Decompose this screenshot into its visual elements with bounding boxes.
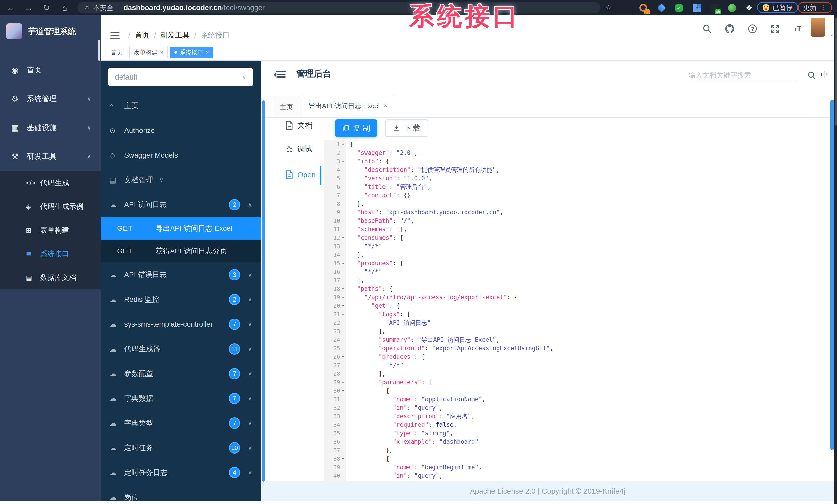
fold-caret-icon[interactable]: ▾ xyxy=(340,259,346,267)
api-menu-item[interactable]: ☁ sys-sms-template-controller 7 ∨ xyxy=(101,312,261,337)
fold-caret-icon[interactable] xyxy=(340,149,346,157)
fold-caret-icon[interactable] xyxy=(340,250,346,259)
fold-caret-icon[interactable] xyxy=(340,217,346,225)
app-header[interactable]: 芋道管理系统 xyxy=(0,16,101,44)
paused-extension-pill[interactable]: 已暂停 xyxy=(757,2,798,13)
doc-tab[interactable]: 主页 xyxy=(273,96,300,117)
fold-caret-icon[interactable] xyxy=(340,336,346,344)
api-menu-item[interactable]: GET 获得API 访问日志分页 xyxy=(101,240,261,262)
fold-caret-icon[interactable] xyxy=(340,174,346,183)
extension-icon[interactable] xyxy=(727,3,737,13)
fold-caret-icon[interactable] xyxy=(340,327,346,336)
language-toggle-icon[interactable]: 中 xyxy=(820,70,828,80)
group-select[interactable]: default ∨ xyxy=(108,68,253,86)
reload-button[interactable]: ↻ xyxy=(40,2,54,13)
fold-caret-icon[interactable]: ▾ xyxy=(340,310,346,319)
fold-caret-icon[interactable] xyxy=(340,191,346,200)
breadcrumb-item[interactable]: 研发工具 xyxy=(154,31,190,40)
menu-dots-icon[interactable]: ⋮ xyxy=(820,4,827,12)
fold-caret-icon[interactable] xyxy=(340,404,346,412)
fold-caret-icon[interactable] xyxy=(340,370,346,378)
extension-icon[interactable]: ❖ xyxy=(744,3,754,13)
fold-caret-icon[interactable]: ▾ xyxy=(340,284,346,293)
fold-caret-icon[interactable] xyxy=(340,361,346,370)
browser-scrollbar-thumb[interactable] xyxy=(835,18,837,126)
api-menu-item[interactable]: ☁ 定时任务 10 ∨ xyxy=(101,435,261,460)
fold-caret-icon[interactable]: ▾ xyxy=(340,387,346,395)
sidebar-menu-item[interactable]: ⚒ 研发工具 ∧ xyxy=(0,142,101,171)
doc-mode-tab-document[interactable]: 文档 xyxy=(286,120,322,131)
fold-caret-icon[interactable] xyxy=(340,437,346,446)
fold-caret-icon[interactable]: ▾ xyxy=(340,302,346,310)
view-tag[interactable]: 系统接口 × xyxy=(170,46,213,58)
fold-caret-icon[interactable] xyxy=(340,344,346,353)
fold-caret-icon[interactable]: ▾ xyxy=(340,293,346,302)
sidebar-menu-item[interactable]: ⚙ 系统管理 ∨ xyxy=(0,85,101,113)
fold-caret-icon[interactable] xyxy=(340,242,346,250)
extension-icon[interactable]: ✓ xyxy=(674,3,684,13)
swagger-json-editor[interactable]: 1▾ { 2 "swagger": "2.0", 3▾ "info": { 4 … xyxy=(324,140,831,482)
extension-icon[interactable]: 6h xyxy=(710,3,719,13)
view-tag[interactable]: 表单构建 × xyxy=(129,46,167,58)
doc-tab[interactable]: 导出API 访问日志 Excel × xyxy=(302,94,394,117)
search-icon[interactable] xyxy=(807,71,816,81)
search-icon[interactable] xyxy=(701,23,713,35)
sidebar-menu-item[interactable]: ▦ 基础设施 ∨ xyxy=(0,113,101,142)
close-icon[interactable]: × xyxy=(384,102,387,109)
bookmark-star-icon[interactable]: ☆ xyxy=(605,3,612,12)
sidebar-scrollbar-thumb[interactable] xyxy=(98,40,100,60)
sidebar-submenu-item[interactable]: ⊞ 表单构建 xyxy=(0,218,101,242)
fold-caret-icon[interactable] xyxy=(340,225,346,234)
breadcrumb-item[interactable]: 系统接口 xyxy=(194,31,230,40)
api-menu-item[interactable]: ☁ 参数配置 7 ∨ xyxy=(101,361,261,386)
fold-caret-icon[interactable] xyxy=(340,412,346,421)
fold-caret-icon[interactable] xyxy=(340,200,346,208)
sidebar-submenu-item[interactable]: ▤ 数据库文档 xyxy=(0,266,101,290)
extension-icon[interactable] xyxy=(657,3,666,13)
update-browser-button[interactable]: 更新 ⋮ xyxy=(798,2,832,13)
api-menu-item[interactable]: ☁ 定时任务日志 4 ∨ xyxy=(101,460,261,485)
help-icon[interactable]: ? xyxy=(747,23,758,35)
sidebar-submenu-item[interactable]: ≣ 系统接口 xyxy=(0,242,101,266)
api-menu-item[interactable]: ☁ Redis 监控 2 ∨ xyxy=(101,287,261,312)
api-menu-item[interactable]: ◇ Swagger Models xyxy=(101,143,261,168)
fold-caret-icon[interactable] xyxy=(340,471,346,480)
address-bar[interactable]: ⚠ 不安全 dashboard.yudao.iocoder.cn /tool/s… xyxy=(77,2,601,13)
doc-search-input[interactable] xyxy=(688,70,798,82)
api-menu-item[interactable]: ⌂ 主页 xyxy=(101,93,261,118)
sidebar-menu-item[interactable]: ◉ 首页 xyxy=(0,56,101,85)
extension-icon[interactable] xyxy=(692,3,702,13)
api-menu-item[interactable]: ▤ 文档管理 ∨ xyxy=(101,168,261,192)
api-menu-item[interactable]: ☁ 字典类型 7 ∨ xyxy=(101,411,261,435)
fold-caret-icon[interactable]: ▾ xyxy=(340,353,346,361)
fold-caret-icon[interactable] xyxy=(340,208,346,217)
download-button[interactable]: 下 载 xyxy=(385,119,428,137)
fold-caret-icon[interactable]: ▾ xyxy=(340,378,346,387)
close-icon[interactable]: × xyxy=(206,50,209,55)
fold-caret-icon[interactable] xyxy=(340,395,346,404)
fold-caret-icon[interactable] xyxy=(340,446,346,454)
chevron-down-icon[interactable]: ▾ xyxy=(831,33,833,38)
api-menu-item[interactable]: GET 导出API 访问日志 Excel xyxy=(101,217,261,240)
api-sidebar-scrollbar-thumb[interactable] xyxy=(262,100,265,482)
doc-search-field[interactable] xyxy=(688,70,797,82)
fold-caret-icon[interactable] xyxy=(340,183,346,191)
doc-mode-tab-open[interactable]: Open xyxy=(286,170,322,179)
browser-scrollbar[interactable] xyxy=(834,16,837,504)
font-size-icon[interactable]: тT xyxy=(792,23,803,35)
api-menu-item[interactable]: ☁ API 访问日志 2 ∧ xyxy=(101,192,261,217)
fold-caret-icon[interactable]: ▾ xyxy=(340,140,346,149)
fold-caret-icon[interactable]: ▾ xyxy=(340,454,346,463)
breadcrumb-item[interactable]: 首页 xyxy=(128,31,149,40)
sidebar-submenu-item[interactable]: </> 代码生成 xyxy=(0,171,101,195)
fold-caret-icon[interactable] xyxy=(340,463,346,471)
fold-caret-icon[interactable] xyxy=(340,276,346,284)
view-tag[interactable]: 首页 xyxy=(106,46,127,58)
fold-caret-icon[interactable]: ▾ xyxy=(340,234,346,242)
close-icon[interactable]: × xyxy=(160,50,163,55)
avatar[interactable] xyxy=(811,18,825,37)
fullscreen-icon[interactable] xyxy=(769,23,781,35)
api-menu-item[interactable]: ☁ 字典数据 7 ∨ xyxy=(101,386,261,411)
hamburger-icon[interactable] xyxy=(110,33,120,40)
fold-caret-icon[interactable] xyxy=(340,429,346,437)
